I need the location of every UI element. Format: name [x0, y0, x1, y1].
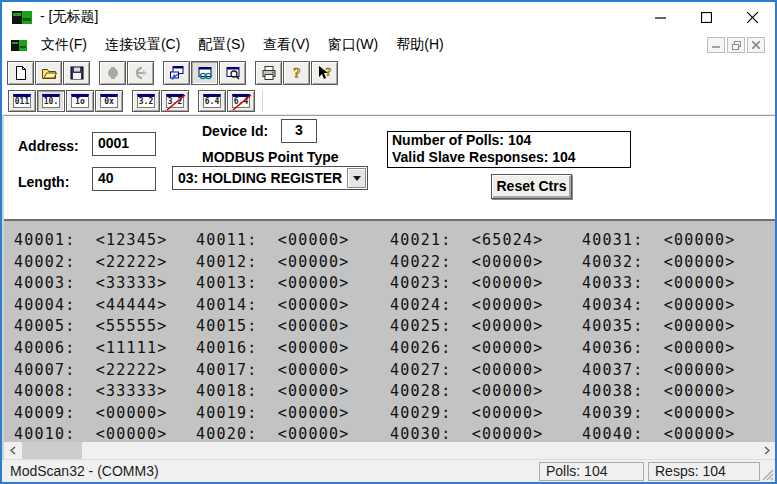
close-icon: [747, 12, 758, 23]
mdi-restore-button[interactable]: [727, 37, 745, 53]
register-column-1[interactable]: 40001: <12345> 40002: <22222> 40003: <33…: [14, 230, 167, 442]
address-input[interactable]: 0001: [92, 132, 156, 156]
fmt-decimal-icon: 10.: [42, 94, 60, 108]
setup-form: Address: 0001 Length: 40 Device Id: 3 MO…: [4, 115, 775, 215]
context-help-button[interactable]: ?: [311, 61, 338, 85]
disconnect-icon: [133, 65, 149, 81]
point-type-value: 03: HOLDING REGISTER: [173, 170, 347, 186]
menu-connection[interactable]: 连接设置(C): [96, 34, 189, 56]
status-polls: Polls: 104: [539, 462, 644, 481]
mdi-document: Address: 0001 Length: 40 Device Id: 3 MO…: [2, 115, 775, 459]
horizontal-scrollbar[interactable]: [4, 442, 775, 459]
device-id-input[interactable]: 3: [281, 119, 317, 143]
title-bar: - [无标题]: [2, 2, 775, 32]
scrollbar-thumb[interactable]: [22, 442, 82, 459]
fmt-hex-icon: 0x: [100, 94, 118, 108]
toolbar-separator: [262, 90, 263, 112]
svg-text:?: ?: [325, 65, 331, 79]
mdi-window-controls: [707, 37, 765, 53]
main-toolbar: ? ?: [2, 58, 775, 87]
fmt-double-icon: 6.4: [203, 94, 221, 108]
show-setup-icon: [225, 65, 241, 81]
device-id-label: Device Id:: [202, 123, 268, 139]
new-file-icon: [13, 65, 29, 81]
show-traffic-icon: [169, 65, 185, 81]
disconnect-button: [127, 61, 154, 85]
fmt-swapped-float-icon: 3.2: [166, 94, 184, 108]
length-label: Length:: [18, 174, 69, 190]
fmt-swapped-double-button[interactable]: 6.4: [227, 90, 255, 112]
format-toolbar: 011 10. Io 0x 3.2 3.2 6.4 6.4: [2, 87, 775, 115]
mdi-close-icon: [752, 41, 760, 49]
length-input[interactable]: 40: [92, 167, 156, 191]
status-bar: ModScan32 - (COMM3) Polls: 104 Resps: 10…: [2, 459, 775, 482]
register-column-3[interactable]: 40021: <65024> 40022: <00000> 40023: <00…: [390, 230, 543, 442]
connect-icon: [105, 65, 121, 81]
fmt-float-icon: 3.2: [137, 94, 155, 108]
menu-file[interactable]: 文件(F): [32, 34, 96, 56]
responses-count-text: Valid Slave Responses: 104: [392, 149, 626, 166]
chevron-right-icon: [764, 446, 770, 455]
save-file-icon: [69, 65, 85, 81]
status-resps: Resps: 104: [648, 462, 760, 481]
minimize-button[interactable]: [637, 2, 683, 32]
maximize-icon: [701, 12, 712, 23]
reset-counters-button[interactable]: Reset Ctrs: [491, 174, 572, 199]
dropdown-arrow-icon[interactable]: [347, 168, 366, 188]
menu-bar: 文件(F) 连接设置(C) 配置(S) 查看(V) 窗口(W) 帮助(H): [2, 32, 775, 58]
open-file-button[interactable]: [35, 61, 62, 85]
connect-button: [99, 61, 126, 85]
register-column-4[interactable]: 40031: <00000> 40032: <00000> 40033: <00…: [582, 230, 735, 442]
minimize-icon: [655, 12, 666, 23]
menu-view[interactable]: 查看(V): [254, 34, 319, 56]
open-file-icon: [41, 65, 57, 81]
fmt-binary-button[interactable]: 011: [8, 90, 36, 112]
save-file-button[interactable]: [63, 61, 90, 85]
show-traffic-button[interactable]: [163, 61, 190, 85]
new-file-button[interactable]: [7, 61, 34, 85]
fmt-swapped-float-button[interactable]: 3.2: [161, 90, 189, 112]
menu-help[interactable]: 帮助(H): [387, 34, 452, 56]
register-column-2[interactable]: 40011: <00000> 40012: <00000> 40013: <00…: [196, 230, 349, 442]
point-type-select[interactable]: 03: HOLDING REGISTER: [172, 166, 368, 190]
modscan32-window: - [无标题] 文件(F) 连接设置(C) 配置(S) 查看(V) 窗口(W) …: [0, 0, 777, 484]
resize-grip[interactable]: [761, 468, 774, 481]
close-button[interactable]: [729, 2, 775, 32]
about-icon: ?: [289, 65, 305, 81]
fmt-hex-button[interactable]: 0x: [95, 90, 123, 112]
mdi-restore-icon: [732, 41, 741, 50]
register-data-area[interactable]: 40001: <12345> 40002: <22222> 40003: <33…: [4, 219, 775, 442]
status-text: ModScan32 - (COMM3): [10, 463, 159, 479]
svg-text:?: ?: [293, 65, 301, 81]
mdi-minimize-button[interactable]: [707, 37, 725, 53]
point-type-label: MODBUS Point Type: [202, 149, 339, 165]
show-setup-button[interactable]: [219, 61, 246, 85]
print-button[interactable]: [255, 61, 282, 85]
chevron-left-icon: [10, 446, 16, 455]
mdi-minimize-icon: [712, 41, 720, 49]
poll-counters-box: Number of Polls: 104 Valid Slave Respons…: [387, 131, 631, 168]
menu-window[interactable]: 窗口(W): [319, 34, 388, 56]
address-label: Address:: [18, 138, 79, 154]
window-controls: [637, 2, 775, 32]
fmt-binary-icon: 011: [13, 94, 31, 108]
maximize-button[interactable]: [683, 2, 729, 32]
print-icon: [261, 65, 277, 81]
fmt-float-button[interactable]: 3.2: [132, 90, 160, 112]
window-title: - [无标题]: [40, 8, 98, 26]
context-help-icon: ?: [317, 65, 333, 81]
mdi-child-system-icon[interactable]: [11, 40, 28, 51]
fmt-decimal-button[interactable]: 10.: [37, 90, 65, 112]
mdi-close-button[interactable]: [747, 37, 765, 53]
fmt-signed-icon: Io: [71, 94, 89, 108]
fmt-signed-button[interactable]: Io: [66, 90, 94, 112]
app-icon: [12, 11, 32, 24]
polls-count-text: Number of Polls: 104: [392, 132, 626, 149]
scroll-left-button[interactable]: [4, 442, 21, 459]
scroll-right-button[interactable]: [758, 442, 775, 459]
about-button[interactable]: ?: [283, 61, 310, 85]
show-data-button[interactable]: [191, 61, 218, 85]
menu-setup[interactable]: 配置(S): [189, 34, 254, 56]
show-data-icon: [197, 65, 213, 81]
fmt-double-button[interactable]: 6.4: [198, 90, 226, 112]
